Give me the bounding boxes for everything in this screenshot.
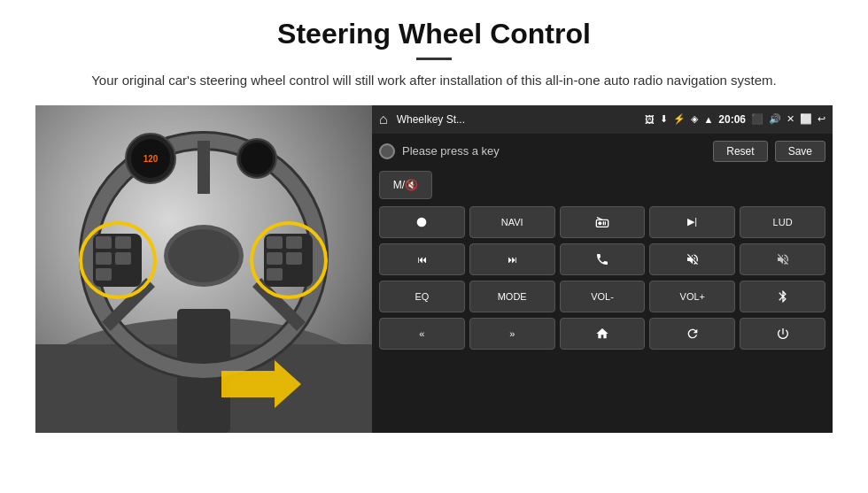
close-icon[interactable]: ✕: [787, 113, 794, 125]
volume-icon[interactable]: 🔊: [769, 113, 781, 125]
vol-plus-label: VOL+: [680, 291, 705, 302]
vol-mute-button[interactable]: [740, 243, 825, 275]
app-content: Please press a key Reset Save M/🔇: [372, 134, 833, 433]
status-icons: 🖼 ⬇ ⚡ ◈ ▲: [645, 113, 713, 125]
mode-label: MODE: [498, 291, 527, 302]
prev-icon: ⏮: [417, 254, 427, 265]
title-divider: [416, 58, 452, 60]
back-icon[interactable]: ↩: [818, 113, 825, 125]
svg-rect-16: [96, 268, 112, 281]
navi-label: NAVI: [501, 217, 523, 227]
status-time: 20:06: [718, 113, 746, 126]
mute-label: M/🔇: [393, 179, 418, 191]
svg-rect-14: [96, 252, 112, 265]
key-actions: Reset Save: [713, 141, 825, 162]
content-area: 120 ⌂ Wheelkey St... 🖼 ⬇ ⚡ ◈ ▲ 20:: [35, 105, 833, 433]
steering-wheel-area: 120: [35, 105, 372, 433]
svg-point-10: [168, 229, 239, 282]
vol-plus-button[interactable]: VOL+: [649, 281, 735, 312]
mode-button[interactable]: MODE: [469, 281, 555, 312]
key-prompt-text: Please press a key: [402, 144, 500, 158]
key-press-bar: Please press a key Reset Save: [379, 141, 825, 162]
svg-rect-12: [96, 236, 112, 249]
svg-rect-15: [115, 252, 131, 265]
bluetooth-button[interactable]: [740, 281, 825, 312]
mute-row: M/🔇: [379, 171, 825, 199]
key-indicator: Please press a key: [379, 143, 500, 159]
vol-minus-button[interactable]: VOL-: [560, 281, 646, 312]
page-subtitle: Your original car's steering wheel contr…: [89, 71, 779, 91]
play-icon: ▶|: [687, 216, 697, 227]
save-button[interactable]: Save: [775, 141, 825, 162]
status-app-title: Wheelkey St...: [397, 113, 640, 126]
android-screen: ⌂ Wheelkey St... 🖼 ⬇ ⚡ ◈ ▲ 20:06 ⬛ 🔊 ✕ ⬜…: [372, 105, 833, 433]
title-section: Steering Wheel Control Your original car…: [35, 18, 833, 91]
vol-minus-label: VOL-: [591, 291, 614, 302]
mute-button[interactable]: M/🔇: [379, 171, 432, 199]
screen-icon: ⬛: [751, 113, 763, 125]
control-grid-row1: NAVI ▶| LUD: [379, 206, 825, 238]
svg-rect-19: [286, 236, 302, 249]
page-title: Steering Wheel Control: [35, 18, 833, 50]
navi-button[interactable]: NAVI: [469, 206, 555, 238]
svg-rect-18: [267, 236, 283, 249]
svg-rect-21: [286, 252, 302, 265]
source-button[interactable]: [379, 206, 465, 238]
window-icon[interactable]: ⬜: [800, 113, 812, 125]
usb-icon: ⚡: [673, 113, 686, 125]
eq-label: EQ: [415, 291, 429, 302]
next-icon: ⏭: [508, 254, 517, 265]
image-icon: 🖼: [645, 114, 655, 125]
fast-forward-button[interactable]: »: [469, 318, 555, 350]
svg-text:120: 120: [143, 154, 159, 164]
refresh-button[interactable]: [649, 318, 735, 350]
location-icon: ◈: [691, 113, 698, 125]
eq-button[interactable]: EQ: [379, 281, 465, 312]
lud-button[interactable]: LUD: [740, 206, 825, 238]
reset-button[interactable]: Reset: [713, 141, 767, 162]
radio-button[interactable]: [560, 206, 646, 238]
next-track-button[interactable]: ⏭: [469, 243, 555, 275]
signal-icon: ▲: [703, 114, 713, 125]
play-pause-button[interactable]: ▶|: [649, 206, 735, 238]
svg-point-33: [598, 221, 601, 225]
control-grid-row2: ⏮ ⏭: [379, 243, 825, 275]
prev-track-button[interactable]: ⏮: [379, 243, 465, 275]
home-nav-button[interactable]: [560, 318, 646, 350]
mute-phone-button[interactable]: [649, 243, 735, 275]
ff-icon: »: [509, 328, 515, 339]
rewind-icon: «: [419, 328, 424, 339]
home-icon[interactable]: ⌂: [379, 112, 388, 127]
svg-rect-20: [267, 252, 283, 265]
rewind-button[interactable]: «: [379, 318, 465, 350]
svg-point-30: [241, 143, 273, 174]
svg-rect-22: [267, 268, 283, 281]
lud-label: LUD: [773, 217, 793, 227]
control-grid-row3: EQ MODE VOL- VOL+: [379, 281, 825, 312]
status-bar: ⌂ Wheelkey St... 🖼 ⬇ ⚡ ◈ ▲ 20:06 ⬛ 🔊 ✕ ⬜…: [372, 105, 833, 134]
phone-button[interactable]: [560, 243, 646, 275]
svg-rect-13: [115, 236, 131, 249]
page-container: Steering Wheel Control Your original car…: [0, 0, 868, 442]
power-button[interactable]: [740, 318, 825, 350]
svg-point-31: [417, 217, 427, 227]
status-right-icons: ⬛ 🔊 ✕ ⬜ ↩: [751, 113, 825, 125]
control-grid-row4: « »: [379, 318, 825, 350]
svg-rect-32: [596, 220, 608, 227]
download-icon: ⬇: [660, 113, 668, 125]
key-dot-indicator: [379, 143, 395, 159]
